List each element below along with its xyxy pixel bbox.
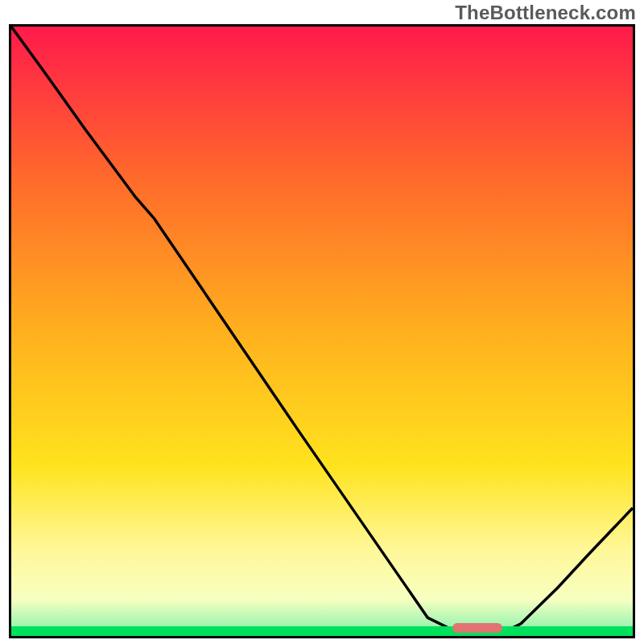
watermark-text: TheBottleneck.com [455,2,636,24]
chart-background [11,27,633,636]
bottleneck-chart [11,27,633,636]
optimal-zone-strip [11,626,633,636]
optimal-range-marker [452,623,502,633]
chart-frame [9,24,635,638]
